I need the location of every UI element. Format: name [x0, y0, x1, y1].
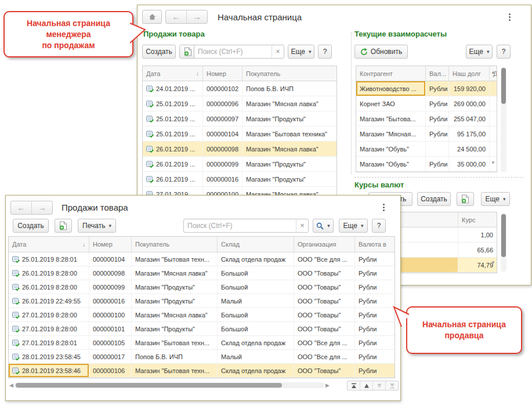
cell-warehouse: Большой	[218, 322, 294, 335]
table-row[interactable]: 27.01.2019 8:28:00000000100Магазин "Мясн…	[9, 308, 395, 322]
table-row[interactable]: Магазин "Бытова...Рубли255 047,00	[356, 111, 497, 126]
help-button[interactable]: ?	[372, 219, 386, 233]
rates-scroll-thumb[interactable]	[501, 214, 506, 257]
search-clear-icon[interactable]: ×	[296, 219, 308, 232]
table-row[interactable]: 27.01.2019 8:28:00000000101Магазин "Прод…	[9, 322, 395, 336]
column-label: Наш долг	[453, 70, 481, 77]
table-row[interactable]: 24.01.2019 ...000000102Попов Б.В. ИЧП	[143, 81, 336, 96]
settlements-scroll-thumb[interactable]	[501, 68, 506, 104]
table-row[interactable]: Магазин "Обувь"24 500,00	[356, 142, 497, 157]
table-row[interactable]: Корнет ЗАОРубли269 000,00	[356, 96, 497, 111]
rates-export-button[interactable]	[457, 192, 474, 206]
go-up-button[interactable]	[360, 381, 372, 390]
cell-date: 26.01.2019 ...	[143, 172, 203, 186]
forward-arrow-icon[interactable]: →	[186, 10, 207, 23]
column-header-4[interactable]: Организация	[294, 237, 355, 252]
column-header-1[interactable]: Курс	[458, 212, 497, 227]
column-header-2[interactable]: Наш долг	[449, 66, 490, 81]
cell-currency: Рубли	[426, 126, 449, 141]
home-sales-search-input[interactable]	[194, 48, 272, 56]
export-button[interactable]	[55, 219, 72, 233]
forward-arrow-icon[interactable]: →	[31, 201, 52, 214]
table-row[interactable]: 25.01.2019 ...000000097Магазин "Продукты…	[143, 111, 336, 126]
column-label: Покупатель	[246, 70, 280, 77]
document-icon	[12, 270, 20, 277]
column-header-1[interactable]: Номер	[203, 66, 243, 81]
cell-buyer: Магазин "Бытовая техн...	[132, 364, 218, 377]
rates-create-button[interactable]: Создать	[417, 192, 451, 206]
cell-contragent: Магазин "Обувь"	[356, 142, 426, 156]
go-last-button[interactable]	[385, 381, 398, 390]
table-row[interactable]: 27.01.2019 8:28:01000000105Магазин "Быто…	[9, 336, 395, 350]
export-document-icon	[184, 47, 192, 56]
horizontal-scrollbar[interactable]: ◀ ▶	[9, 381, 330, 389]
search-clear-icon[interactable]: ×	[272, 45, 284, 58]
settlements-more-button[interactable]: Еще▾	[466, 45, 493, 59]
go-down-button[interactable]	[372, 381, 385, 390]
table-row[interactable]: 28.01.2019 23:58:45000000017Попов Б.В. И…	[9, 350, 395, 364]
search-input[interactable]	[184, 222, 296, 230]
cell-warehouse: Склад отдела продаж	[218, 336, 294, 349]
column-header-3[interactable]: Склад	[218, 237, 294, 252]
column-header-0[interactable]: Дата↓	[143, 66, 203, 81]
home-sales-create-button[interactable]: Создать	[142, 45, 176, 59]
more-button[interactable]: Еще▾	[339, 219, 368, 233]
go-first-button[interactable]	[348, 381, 360, 390]
find-button[interactable]: ▾	[313, 219, 334, 233]
cell-number: 000000104	[89, 252, 132, 266]
column-header-0[interactable]: Контрагент	[356, 66, 426, 81]
cell-currency: Рубли	[355, 336, 395, 349]
column-label: Вал...	[429, 70, 446, 77]
column-header-2[interactable]: Покупатель	[243, 66, 336, 81]
cell-buyer: Магазин "Продукты"	[132, 322, 218, 335]
table-row[interactable]: 25.01.2019 8:28:01000000104Магазин "Быто…	[9, 252, 395, 266]
rates-more-button[interactable]: Еще▾	[481, 192, 510, 206]
print-button[interactable]: Печать▾	[78, 219, 116, 233]
home-sales-more-button[interactable]: Еще▾	[288, 45, 314, 59]
table-row[interactable]: 25.01.2019 ...000000104Магазин "Бытовая …	[143, 126, 336, 142]
scroll-left-icon[interactable]: ◀	[9, 381, 13, 389]
settlements-refresh-button[interactable]: Обновить	[354, 45, 408, 59]
cell-warehouse: Большой	[218, 266, 294, 280]
cell-our-debt: 95 175,00	[449, 126, 490, 141]
home-sales-table-header: Дата↓НомерПокупатель	[143, 66, 336, 81]
table-row[interactable]: 26.01.2019 ...000000016Магазин "Продукты…	[143, 172, 336, 187]
cell-buyer: Магазин "Продукты"	[132, 294, 218, 308]
column-header-1[interactable]: Номер	[89, 237, 132, 252]
table-row[interactable]: 26.01.2019 ...000000099Магазин "Продукты…	[143, 157, 336, 172]
settlements-scrollbar[interactable]	[501, 67, 506, 172]
table-row[interactable]: 28.01.2019 23:58:46000000106Магазин "Быт…	[9, 364, 395, 378]
column-header-1[interactable]: Вал...	[426, 66, 449, 81]
horizontal-scroll-thumb[interactable]	[16, 383, 282, 388]
column-header-0[interactable]: Дата↓	[9, 237, 89, 252]
cell-contragent: Магазин "Бытова...	[356, 111, 426, 126]
window-menu-dots-icon[interactable]	[381, 201, 387, 214]
table-row[interactable]: 26.01.2019 8:28:00000000099Магазин "Прод…	[9, 280, 395, 294]
table-row[interactable]: 26.01.2019 ...000000098Магазин "Мясная л…	[143, 142, 336, 157]
cell-buyer: Магазин "Мясная лавка"	[243, 96, 336, 111]
home-sales-search[interactable]: ×	[194, 45, 284, 59]
callout-manager-tail	[130, 21, 146, 44]
table-row[interactable]: Магазин "Обувь"Рубли35 000,00	[356, 157, 497, 172]
table-row[interactable]: 26.01.2019 8:28:00000000098Магазин "Мясн…	[9, 266, 395, 280]
cell-date: 24.01.2019 ...	[143, 81, 203, 96]
scroll-right-icon[interactable]: ▶	[325, 381, 330, 389]
table-row[interactable]: Животноводство ...Рубли159 920,00	[356, 81, 497, 96]
document-icon	[146, 131, 154, 138]
window-menu-dots-icon[interactable]	[506, 11, 513, 23]
table-row[interactable]: Магазин "Мясная...Рубли95 175,00	[356, 126, 497, 142]
column-header-5[interactable]: Валюта в	[355, 237, 395, 252]
column-header-2[interactable]: Покупатель	[132, 237, 218, 252]
cell-currency: Рубли	[355, 322, 395, 335]
home-sales-help-button[interactable]: ?	[318, 45, 332, 59]
back-arrow-icon[interactable]: ←	[11, 201, 31, 214]
back-arrow-icon[interactable]: ←	[166, 10, 186, 23]
table-row[interactable]: 25.01.2019 ...000000096Магазин "Мясная л…	[143, 96, 336, 111]
rates-scrollbar[interactable]	[501, 213, 506, 272]
search-box[interactable]: ×	[183, 219, 309, 233]
cell-our-debt: 24 500,00	[449, 142, 490, 156]
create-button[interactable]: Создать	[13, 219, 49, 233]
cell-currency: Рубли	[426, 157, 449, 171]
settlements-help-button[interactable]: ?	[497, 45, 511, 59]
table-row[interactable]: 26.01.2019 22:49:55000000016Магазин "Про…	[9, 294, 395, 308]
